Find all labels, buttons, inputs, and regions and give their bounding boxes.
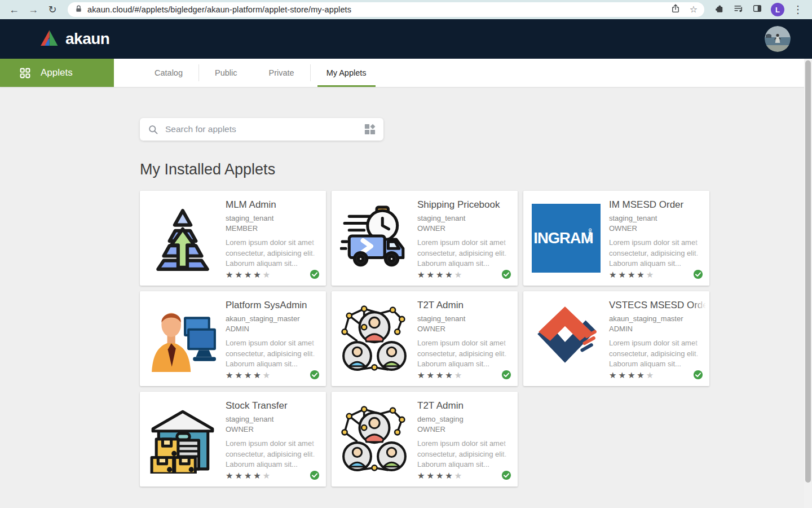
scrollbar-thumb[interactable] bbox=[805, 60, 811, 483]
star-empty-icon: ★ bbox=[454, 370, 464, 380]
star-filled-icon: ★ bbox=[426, 471, 435, 480]
applet-title: Shipping Pricebook bbox=[417, 199, 517, 211]
forward-icon[interactable]: → bbox=[25, 1, 42, 18]
applet-card[interactable]: MLM Admin staging_tenant MEMBER Lorem ip… bbox=[140, 191, 326, 286]
star-filled-icon: ★ bbox=[637, 270, 646, 279]
applet-tenant: staging_tenant bbox=[226, 414, 325, 424]
search-input[interactable] bbox=[165, 124, 358, 134]
applet-description: Lorem ipsum dolor sit amet consectetur, … bbox=[609, 238, 709, 269]
applet-description: Lorem ipsum dolor sit amet consectetur, … bbox=[417, 338, 518, 369]
tab-public[interactable]: Public bbox=[199, 59, 253, 87]
url-text: akaun.cloud/#/applets/bigledger/akaun-pl… bbox=[87, 5, 351, 14]
reload-icon[interactable]: ↻ bbox=[44, 1, 61, 18]
media-playlist-icon[interactable] bbox=[733, 3, 744, 16]
applet-tenant: demo_staging bbox=[417, 414, 517, 424]
browser-profile-avatar[interactable]: L bbox=[771, 3, 784, 16]
applet-title: MLM Admin bbox=[226, 199, 325, 211]
search-icon bbox=[148, 124, 158, 135]
applet-description: Lorem ipsum dolor sit amet consectetur, … bbox=[417, 439, 518, 470]
bookmark-star-icon[interactable]: ☆ bbox=[690, 5, 698, 14]
applet-tenant: staging_tenant bbox=[609, 213, 708, 224]
akaun-logo[interactable]: akaun bbox=[38, 28, 109, 50]
star-filled-icon: ★ bbox=[244, 270, 253, 279]
star-filled-icon: ★ bbox=[253, 471, 262, 480]
star-filled-icon: ★ bbox=[445, 471, 454, 480]
back-icon[interactable]: ← bbox=[6, 1, 23, 18]
star-filled-icon: ★ bbox=[244, 471, 253, 480]
applet-card[interactable]: T2T Admin staging_tenant OWNER Lorem ips… bbox=[332, 291, 518, 386]
svg-text:INGRAM: INGRAM bbox=[533, 229, 593, 247]
people-network-icon bbox=[332, 392, 417, 487]
user-avatar[interactable] bbox=[765, 26, 791, 52]
tab-catalog[interactable]: Catalog bbox=[139, 59, 198, 87]
delivery-truck-icon bbox=[332, 191, 417, 286]
applet-role: OWNER bbox=[417, 224, 517, 234]
installed-check-icon bbox=[310, 470, 320, 480]
star-filled-icon: ★ bbox=[628, 270, 637, 279]
star-filled-icon: ★ bbox=[436, 270, 445, 279]
address-bar[interactable]: akaun.cloud/#/applets/bigledger/akaun-pl… bbox=[68, 2, 704, 17]
tab-private[interactable]: Private bbox=[253, 59, 310, 87]
star-filled-icon: ★ bbox=[226, 471, 235, 480]
applet-description: Lorem ipsum dolor sit amet consectetur, … bbox=[609, 338, 709, 369]
applet-role: OWNER bbox=[226, 424, 325, 435]
akaun-triangle-icon bbox=[38, 28, 60, 50]
applet-title: Platform SysAdmin bbox=[226, 300, 325, 311]
tab-my-applets[interactable]: My Applets bbox=[311, 59, 382, 87]
applet-role: MEMBER bbox=[226, 224, 325, 234]
star-filled-icon: ★ bbox=[226, 270, 235, 279]
star-filled-icon: ★ bbox=[445, 270, 454, 279]
applet-search-bar[interactable] bbox=[140, 118, 383, 141]
star-empty-icon: ★ bbox=[646, 370, 655, 380]
scrollbar-track[interactable] bbox=[804, 59, 812, 508]
sidebar-item-applets[interactable]: Applets bbox=[0, 59, 114, 87]
tab-bar: CatalogPublicPrivateMy Applets bbox=[139, 59, 382, 87]
applet-card[interactable]: Stock Transfer staging_tenant OWNER Lore… bbox=[140, 392, 326, 487]
dashboard-icon[interactable] bbox=[364, 124, 376, 135]
applet-card[interactable]: Platform SysAdmin akaun_staging_master A… bbox=[140, 291, 326, 386]
sub-header: Applets CatalogPublicPrivateMy Applets bbox=[0, 59, 812, 87]
warehouse-boxes-icon bbox=[140, 392, 226, 487]
applets-grid-icon bbox=[19, 67, 31, 79]
star-filled-icon: ★ bbox=[609, 270, 618, 279]
star-filled-icon: ★ bbox=[609, 370, 618, 380]
installed-check-icon bbox=[693, 370, 703, 380]
star-filled-icon: ★ bbox=[253, 370, 262, 380]
applet-role: OWNER bbox=[609, 224, 708, 234]
applet-card[interactable]: Shipping Pricebook staging_tenant OWNER … bbox=[332, 191, 518, 286]
applet-tenant: akaun_staging_master bbox=[609, 314, 708, 324]
applet-role: OWNER bbox=[417, 324, 517, 334]
star-empty-icon: ★ bbox=[263, 471, 272, 480]
applet-role: ADMIN bbox=[226, 324, 325, 334]
app-header: akaun bbox=[0, 19, 812, 59]
screen: ← → ↻ akaun.cloud/#/applets/bigledger/ak… bbox=[0, 0, 812, 508]
applet-description: Lorem ipsum dolor sit amet consectetur, … bbox=[226, 238, 326, 269]
applet-description: Lorem ipsum dolor sit amet consectetur, … bbox=[226, 439, 326, 470]
sidebar-toggle-icon[interactable] bbox=[752, 3, 762, 16]
applet-description: Lorem ipsum dolor sit amet consectetur, … bbox=[417, 238, 518, 269]
star-filled-icon: ★ bbox=[436, 471, 445, 480]
applet-role: OWNER bbox=[417, 424, 517, 435]
applet-role: ADMIN bbox=[609, 324, 708, 334]
extensions-puzzle-icon[interactable] bbox=[714, 3, 725, 16]
browser-menu-icon[interactable]: ⋮ bbox=[793, 5, 803, 15]
lock-icon bbox=[74, 5, 83, 15]
people-network-icon bbox=[332, 291, 417, 386]
share-icon[interactable] bbox=[670, 3, 681, 16]
installed-check-icon bbox=[310, 370, 320, 380]
applet-card[interactable]: T2T Admin demo_staging OWNER Lorem ipsum… bbox=[332, 392, 518, 487]
star-filled-icon: ★ bbox=[226, 370, 235, 380]
star-filled-icon: ★ bbox=[445, 370, 454, 380]
sysadmin-person-icon bbox=[140, 291, 226, 386]
star-empty-icon: ★ bbox=[263, 270, 272, 279]
mlm-pyramid-icon bbox=[140, 191, 226, 286]
applet-card[interactable]: INGRAMMICRO IM MSESD Order staging_tenan… bbox=[523, 191, 709, 286]
star-filled-icon: ★ bbox=[628, 370, 637, 380]
applet-tenant: akaun_staging_master bbox=[226, 314, 325, 324]
star-empty-icon: ★ bbox=[454, 471, 464, 480]
applet-title: IM MSESD Order bbox=[609, 199, 708, 211]
applet-description: Lorem ipsum dolor sit amet consectetur, … bbox=[226, 338, 326, 369]
svg-text:MICRO: MICRO bbox=[588, 228, 593, 242]
star-filled-icon: ★ bbox=[235, 270, 244, 279]
applet-card[interactable]: VSTECS MSESD Order akaun_staging_master … bbox=[523, 291, 709, 386]
